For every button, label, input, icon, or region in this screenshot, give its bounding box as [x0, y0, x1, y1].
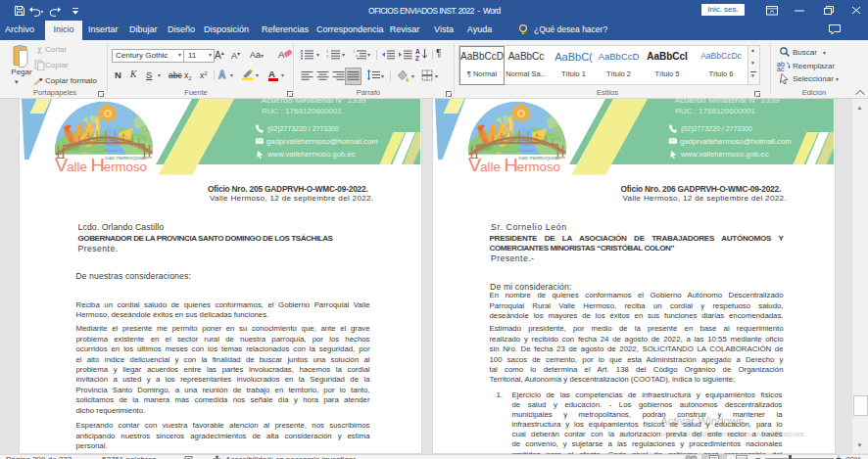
svg-text:RUC : 1768120600001: RUC : 1768120600001 — [262, 107, 343, 115]
svg-text:gadprvallehermoso@hotmail.com: gadprvallehermoso@hotmail.com — [680, 138, 792, 146]
svg-text:A: A — [415, 48, 420, 55]
svg-text:2: 2 — [326, 54, 329, 59]
svg-text:www.vallehermoso.gob.ec: www.vallehermoso.gob.ec — [680, 151, 769, 159]
svg-text:Z: Z — [415, 55, 419, 61]
svg-text:gadprvallehermoso@hotmail.com: gadprvallehermoso@hotmail.com — [266, 138, 378, 146]
svg-text:Acuerdo Ministerial N° 1339: Acuerdo Ministerial N° 1339 — [262, 99, 367, 105]
svg-text:RUC : 1768120600001: RUC : 1768120600001 — [675, 107, 756, 115]
svg-text:www.vallehermoso.gob.ec: www.vallehermoso.gob.ec — [266, 151, 356, 159]
svg-text:Acuerdo Ministerial N° 1339: Acuerdo Ministerial N° 1339 — [675, 99, 781, 105]
svg-text:a: a — [356, 53, 359, 58]
svg-text:(02)2773220 / 2773300: (02)2773220 / 2773300 — [267, 125, 339, 133]
svg-text:ac: ac — [777, 66, 785, 71]
svg-text:(02)2773220 / 2773300: (02)2773220 / 2773300 — [681, 125, 752, 133]
